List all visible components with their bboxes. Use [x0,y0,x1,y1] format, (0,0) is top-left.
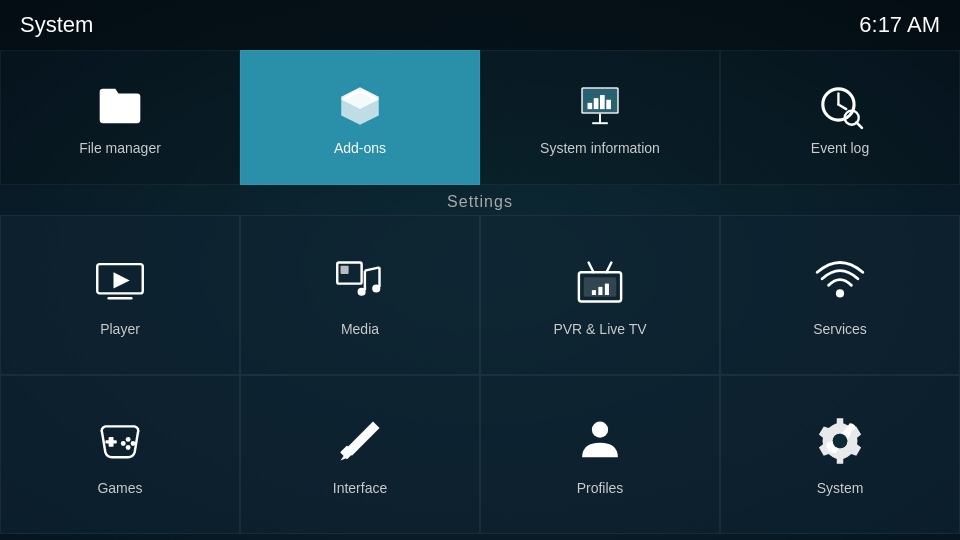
svg-line-29 [589,262,594,272]
event-log-icon [814,80,866,132]
svg-line-24 [365,267,380,270]
svg-marker-19 [114,272,130,288]
grid-item-player[interactable]: Player [0,215,240,375]
settings-grid: Player Media [0,215,960,534]
system-information-label: System information [540,140,660,156]
event-log-label: Event log [811,140,869,156]
grid-item-system[interactable]: System [720,375,960,535]
media-icon [331,253,389,311]
grid-item-services[interactable]: Services [720,215,960,375]
file-manager-label: File manager [79,140,161,156]
grid-item-media[interactable]: Media [240,215,480,375]
pvr-live-tv-label: PVR & Live TV [553,321,646,337]
top-menu: File manager Add-ons [0,50,960,185]
settings-title: Settings [447,193,513,210]
top-menu-add-ons[interactable]: Add-ons [240,50,480,185]
profiles-icon [571,412,629,470]
svg-rect-37 [105,440,116,443]
svg-point-35 [836,289,844,297]
player-label: Player [100,321,140,337]
svg-rect-9 [600,95,605,109]
svg-rect-33 [598,287,602,295]
media-label: Media [341,321,379,337]
grid-item-profiles[interactable]: Profiles [480,375,720,535]
player-icon [91,253,149,311]
services-icon [811,253,869,311]
svg-line-15 [838,104,846,109]
svg-point-46 [592,422,608,438]
games-label: Games [97,480,142,496]
app-title: System [20,12,93,38]
svg-rect-8 [594,98,599,109]
svg-rect-34 [605,283,609,294]
svg-rect-10 [606,99,611,108]
svg-point-39 [131,441,136,446]
clock: 6:17 AM [859,12,940,38]
svg-point-27 [372,284,380,292]
top-menu-event-log[interactable]: Event log [720,50,960,185]
svg-point-38 [126,437,131,442]
svg-line-30 [607,262,612,272]
grid-item-pvr-live-tv[interactable]: PVR & Live TV [480,215,720,375]
services-label: Services [813,321,867,337]
svg-line-17 [856,122,861,127]
settings-section: Settings [0,185,960,215]
system-label: System [817,480,864,496]
interface-label: Interface [333,480,387,496]
grid-item-interface[interactable]: Interface [240,375,480,535]
add-ons-icon [334,80,386,132]
top-bar: System 6:17 AM [0,0,960,50]
svg-point-40 [121,441,126,446]
grid-item-games[interactable]: Games [0,375,240,535]
games-icon [91,412,149,470]
top-menu-system-information[interactable]: System information [480,50,720,185]
add-ons-label: Add-ons [334,140,386,156]
profiles-label: Profiles [577,480,624,496]
svg-point-41 [126,445,131,450]
top-menu-file-manager[interactable]: File manager [0,50,240,185]
pvr-live-tv-icon [571,253,629,311]
interface-icon [331,412,389,470]
file-manager-icon [94,80,146,132]
svg-rect-7 [588,102,593,108]
svg-rect-32 [592,290,596,295]
svg-point-48 [833,434,848,449]
system-icon [811,412,869,470]
svg-point-26 [358,287,366,295]
system-information-icon [574,80,626,132]
svg-rect-22 [341,266,349,274]
